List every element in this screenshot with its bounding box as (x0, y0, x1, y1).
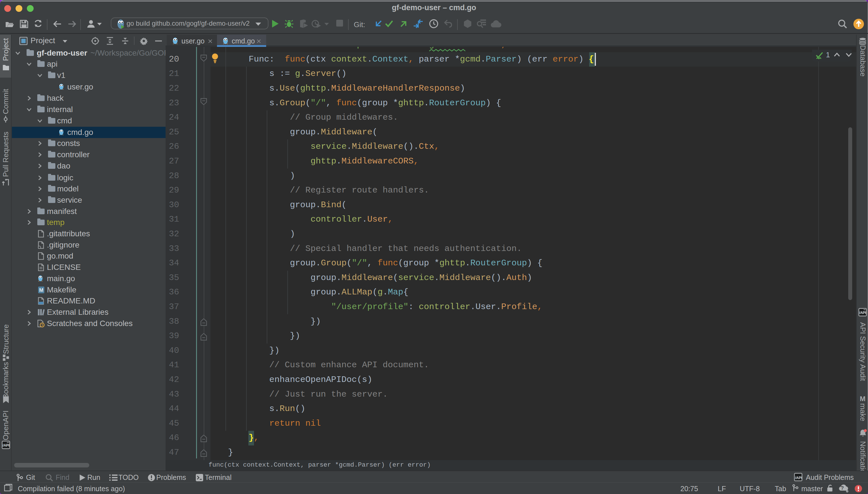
svg-text:/API: /API (859, 311, 866, 315)
svg-text:?: ? (841, 485, 844, 491)
svg-text:/API: /API (2, 443, 9, 448)
svg-text:/API: /API (795, 476, 802, 480)
svg-text:M: M (39, 287, 43, 293)
